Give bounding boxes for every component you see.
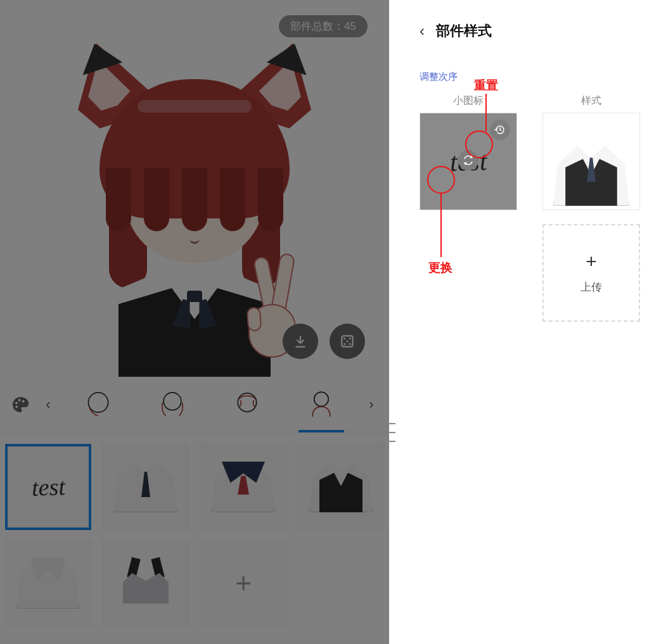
randomize-button[interactable] bbox=[330, 324, 365, 359]
style-thumbnail[interactable] bbox=[542, 113, 640, 210]
sample-tile-add[interactable]: + bbox=[200, 540, 286, 626]
history-icon bbox=[494, 124, 506, 136]
sample-tile-shirt-tie[interactable] bbox=[103, 444, 189, 530]
sample-tile-maid[interactable] bbox=[103, 540, 189, 626]
svg-point-4 bbox=[349, 343, 351, 345]
sample-tile-vest[interactable] bbox=[298, 444, 384, 530]
reorder-link[interactable]: 调整次序 bbox=[420, 71, 458, 83]
swap-icon bbox=[463, 155, 474, 166]
annotation-reset-label: 重置 bbox=[474, 77, 498, 94]
color-palette-button[interactable] bbox=[5, 389, 35, 420]
parts-count-value: 45 bbox=[344, 20, 356, 32]
editor-pane: 部件总数：45 bbox=[0, 0, 389, 644]
svg-point-2 bbox=[349, 338, 351, 339]
svg-point-3 bbox=[343, 343, 345, 345]
upload-label: 上传 bbox=[580, 280, 602, 294]
category-hair-front[interactable] bbox=[219, 383, 275, 426]
palette-icon bbox=[10, 395, 30, 415]
column-header-icon: 小图标 bbox=[420, 94, 517, 108]
download-icon bbox=[292, 333, 309, 350]
category-next[interactable]: › bbox=[359, 396, 384, 413]
column-header-style: 样式 bbox=[542, 94, 640, 108]
svg-point-1 bbox=[343, 338, 345, 339]
svg-point-6 bbox=[15, 401, 18, 404]
sample-tile-label: test bbox=[31, 472, 65, 502]
svg-point-8 bbox=[22, 400, 25, 402]
upload-style-button[interactable]: + 上传 bbox=[542, 224, 640, 322]
avatar-preview: 部件总数：45 bbox=[0, 0, 389, 377]
category-prev[interactable]: ‹ bbox=[35, 396, 61, 413]
pane-resize-handle[interactable] bbox=[388, 423, 395, 442]
svg-point-13 bbox=[314, 392, 329, 407]
svg-point-7 bbox=[18, 399, 21, 401]
plus-icon: + bbox=[586, 252, 597, 271]
back-button[interactable]: ‹ bbox=[420, 23, 425, 39]
icon-thumbnail[interactable]: test bbox=[420, 113, 517, 210]
swap-icon-button[interactable] bbox=[458, 150, 478, 170]
sample-tile-sailor[interactable] bbox=[200, 444, 286, 530]
reset-icon-button[interactable] bbox=[490, 120, 510, 140]
parts-count-prefix: 部件总数： bbox=[290, 20, 344, 32]
download-button[interactable] bbox=[283, 324, 318, 359]
svg-point-10 bbox=[88, 392, 108, 412]
panel-title: 部件样式 bbox=[436, 22, 492, 41]
sample-tile-collar[interactable] bbox=[5, 540, 91, 626]
sample-tile-test[interactable]: test bbox=[5, 444, 91, 530]
svg-point-11 bbox=[164, 392, 181, 410]
category-face[interactable] bbox=[70, 383, 126, 426]
category-strip: ‹ › bbox=[0, 377, 389, 432]
parts-count-badge: 部件总数：45 bbox=[279, 15, 368, 37]
dice-icon bbox=[339, 333, 356, 350]
category-outfit[interactable] bbox=[293, 383, 349, 426]
avatar-figure bbox=[58, 35, 331, 377]
plus-icon: + bbox=[235, 569, 252, 597]
svg-point-5 bbox=[346, 340, 348, 342]
part-style-panel: ‹ 部件样式 调整次序 小图标 样式 test bbox=[389, 0, 654, 644]
sample-grid: test + bbox=[0, 432, 389, 638]
category-hair-back[interactable] bbox=[144, 383, 200, 426]
svg-point-9 bbox=[15, 405, 18, 408]
